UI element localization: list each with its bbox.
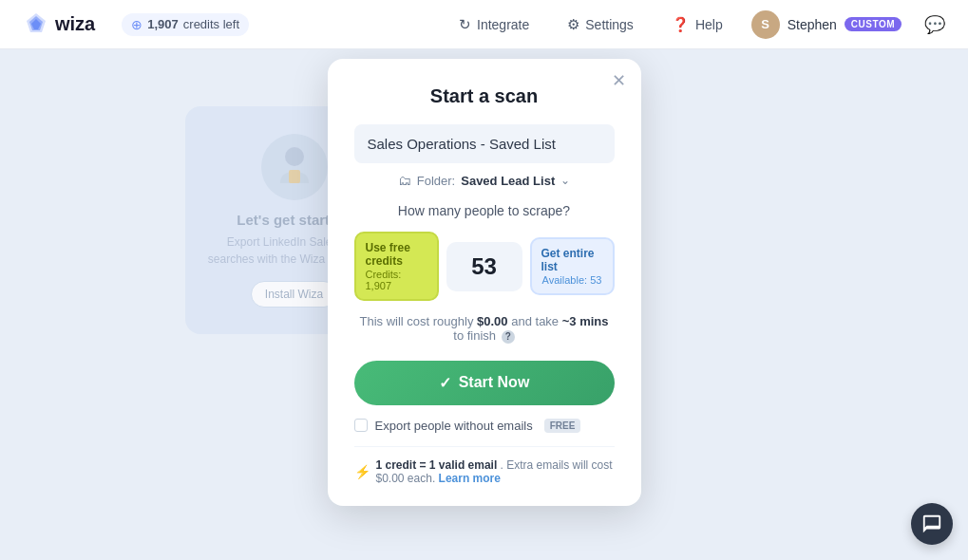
help-tooltip-icon[interactable]: ? xyxy=(502,330,515,344)
settings-label: Settings xyxy=(585,17,634,32)
get-entire-sub: Available: 53 xyxy=(542,274,602,286)
user-avatar: S xyxy=(751,10,780,39)
credits-amount: 1,907 xyxy=(147,17,179,31)
modal-close-button[interactable]: ✕ xyxy=(612,72,626,89)
settings-nav-item[interactable]: ⚙ Settings xyxy=(558,10,643,39)
scrape-count-display: 53 xyxy=(446,242,522,291)
integrate-label: Integrate xyxy=(477,17,529,32)
credit-info-row: ⚡ 1 credit = 1 valid email . Extra email… xyxy=(354,446,615,485)
use-free-sub: Credits: 1,907 xyxy=(366,269,427,291)
settings-icon: ⚙ xyxy=(567,16,579,33)
nav-chat-icon[interactable]: 💬 xyxy=(924,14,945,35)
user-name: Stephen xyxy=(788,17,837,32)
get-entire-list-button[interactable]: Get entire list Available: 53 xyxy=(530,237,615,295)
credits-label: credits left xyxy=(183,17,239,31)
user-menu[interactable]: S Stephen CUSTOM xyxy=(751,10,902,39)
modal-overlay: ✕ Start a scan 🗂 Folder: Saved Lead List… xyxy=(0,49,968,560)
navbar: wiza ⊕ 1,907 credits left ↻ Integrate ⚙ … xyxy=(0,0,968,49)
scrape-controls-row: Use free credits Credits: 1,907 53 Get e… xyxy=(354,232,615,301)
export-row: Export people without emails FREE xyxy=(354,419,615,433)
start-now-button[interactable]: ✓ Start Now xyxy=(354,361,615,405)
cost-text: This will cost roughly xyxy=(359,314,473,328)
free-badge: FREE xyxy=(544,419,581,433)
use-free-label: Use free credits xyxy=(366,241,427,268)
cost-info: This will cost roughly $0.00 and take ~3… xyxy=(354,314,615,344)
get-entire-label: Get entire list xyxy=(541,247,603,273)
cost-amount: $0.00 xyxy=(477,314,508,328)
folder-name: Saved Lead List xyxy=(461,174,555,188)
integrate-nav-item[interactable]: ↻ Integrate xyxy=(449,10,539,39)
folder-label: Folder: xyxy=(417,174,455,188)
credits-icon: ⊕ xyxy=(131,17,142,32)
modal-title: Start a scan xyxy=(354,85,615,107)
export-label: Export people without emails xyxy=(375,419,533,433)
wiza-logo-icon xyxy=(23,11,49,38)
logo: wiza xyxy=(23,11,95,38)
logo-text: wiza xyxy=(55,13,95,35)
folder-row: 🗂 Folder: Saved Lead List ⌄ xyxy=(354,173,615,188)
cost-take: and take xyxy=(511,314,559,328)
chat-bubble-button[interactable] xyxy=(911,503,953,545)
chat-bubble-icon xyxy=(921,513,942,534)
credit-equation: 1 credit = 1 valid email xyxy=(376,458,498,472)
scrape-count: 53 xyxy=(471,253,497,279)
user-plan-badge: CUSTOM xyxy=(845,17,902,31)
folder-chevron-icon[interactable]: ⌄ xyxy=(560,174,570,187)
cost-time: ~3 mins xyxy=(562,314,609,328)
scrape-question: How many people to scrape? xyxy=(354,203,615,218)
credits-badge: ⊕ 1,907 credits left xyxy=(122,13,249,36)
start-checkmark-icon: ✓ xyxy=(439,374,451,392)
scan-modal: ✕ Start a scan 🗂 Folder: Saved Lead List… xyxy=(328,59,641,506)
folder-icon: 🗂 xyxy=(398,173,411,188)
help-label: Help xyxy=(695,17,723,32)
credit-bolt-icon: ⚡ xyxy=(354,464,370,479)
use-free-credits-button[interactable]: Use free credits Credits: 1,907 xyxy=(354,232,439,301)
help-icon: ❓ xyxy=(672,16,690,33)
page-content: Saved Lead List ⌄ Let's get started! Exp… xyxy=(0,49,968,560)
cost-finish: to finish xyxy=(453,328,496,343)
learn-more-link[interactable]: Learn more xyxy=(439,472,501,485)
integrate-icon: ↻ xyxy=(459,16,471,33)
export-checkbox[interactable] xyxy=(354,419,368,432)
scan-name-input[interactable] xyxy=(354,124,615,163)
start-btn-label: Start Now xyxy=(459,374,530,391)
help-nav-item[interactable]: ❓ Help xyxy=(662,10,732,39)
credit-info-text: 1 credit = 1 valid email . Extra emails … xyxy=(376,458,615,485)
